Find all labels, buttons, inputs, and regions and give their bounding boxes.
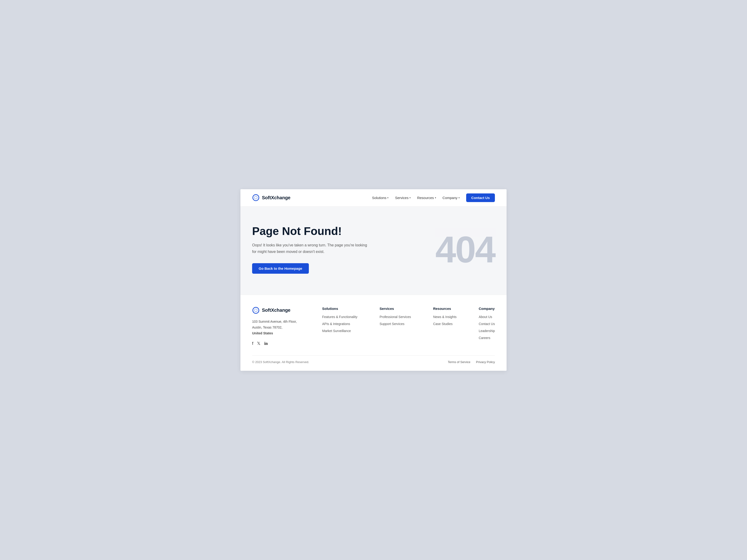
address-line3: United States	[252, 331, 273, 335]
nav-resources[interactable]: Resources ▾	[417, 196, 436, 200]
header: SoftXchange Solutions ▾ Services ▾ Resou…	[240, 189, 507, 207]
list-item: Professional Services	[380, 315, 411, 319]
footer-top: SoftXchange 103 Summit Avenue, 4th Floor…	[252, 306, 495, 346]
logo-text: SoftXchange	[262, 195, 290, 201]
footer-logo-text: SoftXchange	[262, 308, 290, 313]
list-item: APIs & Integrations	[322, 322, 357, 326]
footer-col-resources: Resources News & Insights Case Studies	[433, 306, 456, 346]
footer-link-contact[interactable]: Contact Us	[479, 322, 495, 326]
footer-solutions-list: Features & Functionality APIs & Integrat…	[322, 315, 357, 333]
terms-of-service-link[interactable]: Terms of Service	[448, 360, 470, 364]
list-item: About Us	[479, 315, 495, 319]
chevron-down-icon: ▾	[435, 196, 436, 199]
linkedin-icon[interactable]: in	[264, 341, 268, 346]
footer-resources-heading: Resources	[433, 306, 456, 311]
chevron-down-icon: ▾	[459, 196, 460, 199]
list-item: Contact Us	[479, 322, 495, 326]
list-item: Case Studies	[433, 322, 456, 326]
svg-point-2	[253, 307, 259, 313]
footer-link-support[interactable]: Support Services	[380, 322, 405, 326]
social-icons: f 𝕏 in	[252, 341, 308, 346]
footer-address: 103 Summit Avenue, 4th Floor, Austin, Te…	[252, 319, 308, 337]
footer-brand: SoftXchange 103 Summit Avenue, 4th Floor…	[252, 306, 308, 346]
footer-services-list: Professional Services Support Services	[380, 315, 411, 326]
footer-bottom: © 2023 SoftXchange. All Rights Reserved.…	[252, 355, 495, 364]
nav-services[interactable]: Services ▾	[395, 196, 411, 200]
footer-col-solutions: Solutions Features & Functionality APIs …	[322, 306, 357, 346]
address-line2: Austin, Texas 78702,	[252, 325, 308, 330]
footer-col-company: Company About Us Contact Us Leadership C…	[479, 306, 495, 346]
footer-logo-icon	[252, 306, 260, 314]
svg-point-3	[254, 309, 257, 312]
footer-services-heading: Services	[380, 306, 411, 311]
list-item: Leadership	[479, 329, 495, 333]
list-item: News & Insights	[433, 315, 456, 319]
svg-point-1	[254, 196, 257, 199]
svg-point-0	[253, 195, 259, 201]
footer-col-services: Services Professional Services Support S…	[380, 306, 411, 346]
footer-company-heading: Company	[479, 306, 495, 311]
footer-link-careers[interactable]: Careers	[479, 336, 490, 340]
footer-link-professional[interactable]: Professional Services	[380, 315, 411, 319]
list-item: Support Services	[380, 322, 411, 326]
footer: SoftXchange 103 Summit Avenue, 4th Floor…	[240, 295, 507, 371]
footer-legal: Terms of Service Privacy Policy	[448, 360, 495, 364]
footer-resources-list: News & Insights Case Studies	[433, 315, 456, 326]
footer-link-about[interactable]: About Us	[479, 315, 492, 319]
privacy-policy-link[interactable]: Privacy Policy	[476, 360, 495, 364]
main-nav: Solutions ▾ Services ▾ Resources ▾ Compa…	[372, 193, 495, 202]
twitter-icon[interactable]: 𝕏	[257, 341, 260, 346]
logo[interactable]: SoftXchange	[252, 194, 290, 202]
footer-link-leadership[interactable]: Leadership	[479, 329, 495, 333]
footer-link-case-studies[interactable]: Case Studies	[433, 322, 453, 326]
facebook-icon[interactable]: f	[252, 341, 253, 346]
page-not-found-title: Page Not Found!	[252, 225, 369, 238]
chevron-down-icon: ▾	[409, 196, 411, 199]
list-item: Careers	[479, 336, 495, 340]
header-contact-button[interactable]: Contact Us	[466, 193, 495, 202]
list-item: Features & Functionality	[322, 315, 357, 319]
list-item: Market Surveillance	[322, 329, 357, 333]
hero-section: Page Not Found! Oops! It looks like you'…	[240, 207, 507, 295]
footer-link-features[interactable]: Features & Functionality	[322, 315, 357, 319]
copyright-text: © 2023 SoftXchange. All Rights Reserved.	[252, 360, 309, 364]
footer-link-news[interactable]: News & Insights	[433, 315, 456, 319]
page-container: SoftXchange Solutions ▾ Services ▾ Resou…	[240, 189, 507, 371]
logo-icon	[252, 194, 260, 202]
footer-nav-columns: Solutions Features & Functionality APIs …	[322, 306, 495, 346]
footer-company-list: About Us Contact Us Leadership Careers	[479, 315, 495, 340]
address-line1: 103 Summit Avenue, 4th Floor,	[252, 319, 308, 325]
footer-link-market[interactable]: Market Surveillance	[322, 329, 351, 333]
footer-link-apis[interactable]: APIs & Integrations	[322, 322, 350, 326]
go-back-homepage-button[interactable]: Go Back to the Homepage	[252, 263, 309, 274]
footer-solutions-heading: Solutions	[322, 306, 357, 311]
chevron-down-icon: ▾	[387, 196, 388, 199]
error-code-display: 404	[435, 231, 495, 268]
hero-description: Oops! It looks like you've taken a wrong…	[252, 242, 369, 255]
hero-content: Page Not Found! Oops! It looks like you'…	[252, 225, 369, 274]
nav-company[interactable]: Company ▾	[443, 196, 460, 200]
nav-solutions[interactable]: Solutions ▾	[372, 196, 389, 200]
footer-logo[interactable]: SoftXchange	[252, 306, 308, 314]
